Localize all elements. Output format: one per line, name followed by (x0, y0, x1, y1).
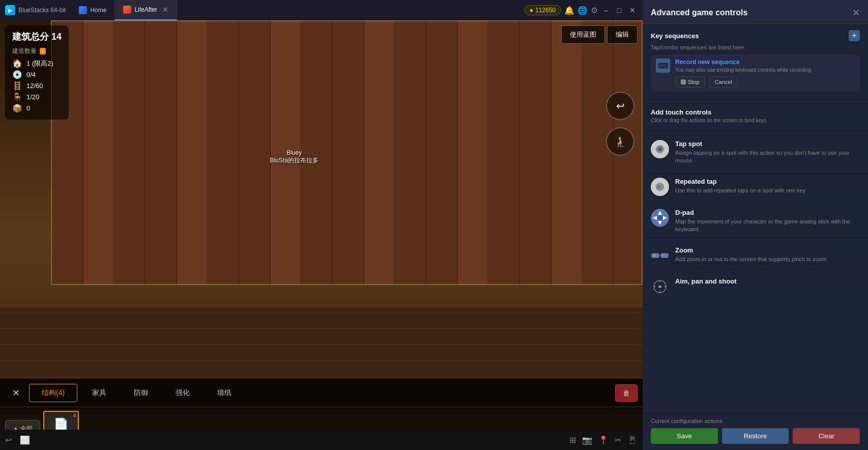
svg-text:×: × (657, 184, 660, 190)
item-count: 4 (73, 413, 76, 418)
record-sequence-row: ⌨ Record new sequence You may also use e… (651, 54, 860, 92)
tap-spot-item[interactable]: Tap spot Assign tapping on a spot with t… (643, 134, 868, 172)
game-ui: 建筑总分 14 建造数量 i 🏠 1 (限高2) 💿 0/4 🪜 12/60 (0, 20, 643, 450)
grid-icon[interactable]: ⊞ (569, 435, 576, 445)
key-sequences-title: Key sequences (651, 32, 699, 40)
stop-indicator (681, 79, 686, 85)
svg-text:−: − (662, 254, 665, 258)
dpad-content: D-pad Map the movement of your character… (675, 209, 860, 234)
window-close-button[interactable]: ✕ (627, 5, 638, 15)
category-defense-tab[interactable]: 防御 (121, 384, 161, 402)
zoom-desc: Add zoom in or out to the screen that su… (675, 256, 860, 263)
cancel-button[interactable]: Cancel (709, 76, 738, 88)
repeated-tap-title: Repeated tap (675, 178, 860, 185)
tap-spot-icon (651, 140, 669, 158)
game-tab-label: LifeAfter (134, 6, 157, 13)
action-rotate-button[interactable]: ↩ (606, 92, 634, 120)
notification-icon[interactable]: 🔔 (564, 6, 574, 15)
record-desc: You may also use existing keyboard contr… (675, 67, 855, 73)
dpad-item[interactable]: D-pad Map the movement of your character… (643, 203, 868, 240)
scissors-icon[interactable]: ✂ (615, 435, 621, 445)
game-tab-close[interactable]: ✕ (162, 6, 168, 14)
chair-stat: 🪑 1/20 (12, 92, 62, 102)
tap-spot-desc: Assign tapping on a spot with this actio… (675, 149, 860, 165)
aim-title: Aim, pan and shoot (675, 277, 860, 285)
add-touch-section: Add touch controls Click or drag the act… (643, 102, 868, 134)
phone-icon[interactable]: 📱 (627, 435, 638, 445)
category-tabs: ✕ 结构(4) 家具 防御 强化 墙纸 🗑 (0, 379, 643, 407)
box-icon: 📦 (12, 103, 22, 113)
svg-point-20 (658, 285, 661, 288)
minimize-button[interactable]: – (601, 5, 611, 15)
tap-spot-title: Tap spot (675, 140, 860, 148)
stop-cancel-row: Stop Cancel (675, 76, 855, 88)
char-sub: BluSta的拉布拉多 (270, 156, 318, 165)
dpad-title: D-pad (675, 209, 860, 216)
build-score: 建筑总分 14 (12, 31, 62, 43)
game-scene: 建筑总分 14 建造数量 i 🏠 1 (限高2) 💿 0/4 🪜 12/60 (0, 20, 643, 450)
record-content: Record new sequence You may also use exi… (675, 59, 855, 88)
svg-point-1 (658, 147, 662, 151)
back-icon[interactable]: ↩ (5, 435, 12, 445)
aim-icon (651, 277, 669, 296)
coin-icon: ● (530, 7, 533, 14)
coin-amount: 112650 (535, 7, 556, 14)
stop-button[interactable]: Stop (675, 76, 705, 88)
sys-right: ⊞ 📷 📍 ✂ 📱 (569, 435, 638, 445)
restore-button[interactable]: Restore (722, 428, 789, 444)
clear-button[interactable]: Clear (793, 428, 860, 444)
save-button[interactable]: Save (651, 428, 718, 444)
dpad-icon (651, 209, 669, 227)
panel-close-button[interactable]: ✕ (852, 7, 860, 18)
coin-display: ● 112650 (524, 5, 561, 15)
camera-icon[interactable]: 📷 (582, 435, 592, 445)
action-crouch-button[interactable]: 🧎 (606, 127, 634, 156)
key-sequences-sub: Tap/combo sequences are listed here. (651, 44, 860, 50)
category-furniture-tab[interactable]: 家具 (79, 384, 119, 402)
add-touch-sub: Click or drag the actions on the screen … (651, 118, 860, 123)
disk-icon: 💿 (12, 70, 22, 79)
sys-bar: ↩ ⬜ ⊞ 📷 📍 ✂ 📱 (0, 430, 643, 450)
record-icon: ⌨ (656, 59, 670, 73)
globe-icon[interactable]: 🌐 (577, 6, 588, 15)
delete-button[interactable]: 🗑 (615, 384, 638, 402)
zoom-icon: + − (651, 246, 669, 265)
home-tab[interactable]: Home (71, 0, 115, 20)
dpad-desc: Map the movement of your character or th… (675, 218, 860, 234)
home-icon[interactable]: ⬜ (20, 435, 30, 445)
category-strengthen-tab[interactable]: 强化 (163, 384, 202, 402)
box-stat: 📦 0 (12, 103, 62, 113)
right-panel: Advanced game controls ✕ Key sequences +… (643, 0, 868, 450)
maximize-button[interactable]: □ (614, 5, 624, 15)
repeated-tap-desc: Use this to add repeated taps on a spot … (675, 187, 860, 194)
bluestacks-icon: ▶ (5, 5, 15, 15)
repeated-tap-item[interactable]: × Repeated tap Use this to add repeated … (643, 172, 868, 203)
panel-scroll[interactable]: Key sequences + Tap/combo sequences are … (643, 24, 868, 411)
settings-icon[interactable]: ⚙ (591, 6, 598, 15)
aim-item[interactable]: Aim, pan and shoot (643, 271, 868, 302)
add-sequence-button[interactable]: + (849, 30, 860, 41)
edit-button[interactable]: 编辑 (607, 25, 638, 44)
panel-title: Advanced game controls (651, 8, 747, 17)
use-blueprint-button[interactable]: 使用蓝图 (561, 25, 605, 44)
chair-icon: 🪑 (12, 92, 22, 102)
house-icon: 🏠 (12, 59, 22, 68)
svg-text:+: + (653, 254, 656, 258)
info-badge: i (40, 48, 46, 54)
game-tab[interactable]: LifeAfter ✕ (115, 0, 177, 20)
game-tab-icon (123, 6, 131, 14)
section-header: Key sequences + (651, 30, 860, 41)
build-count-label: 建造数量 i (12, 47, 62, 55)
app-logo: ▶ BlueStacks 64-bit (0, 5, 71, 15)
category-wallpaper-tab[interactable]: 墙纸 (205, 384, 244, 402)
step-icon: 🪜 (12, 81, 22, 91)
panel-header: Advanced game controls ✕ (643, 0, 868, 24)
category-close-button[interactable]: ✕ (5, 383, 27, 403)
category-structure-tab[interactable]: 结构(4) (29, 384, 77, 402)
location-icon[interactable]: 📍 (598, 435, 609, 445)
record-title[interactable]: Record new sequence (675, 59, 855, 66)
zoom-title: Zoom (675, 246, 860, 254)
stats-panel: 建筑总分 14 建造数量 i 🏠 1 (限高2) 💿 0/4 🪜 12/60 (5, 25, 69, 120)
tap-spot-content: Tap spot Assign tapping on a spot with t… (675, 140, 860, 165)
zoom-item[interactable]: + − Zoom Add zoom in or out to the scree… (643, 240, 868, 271)
